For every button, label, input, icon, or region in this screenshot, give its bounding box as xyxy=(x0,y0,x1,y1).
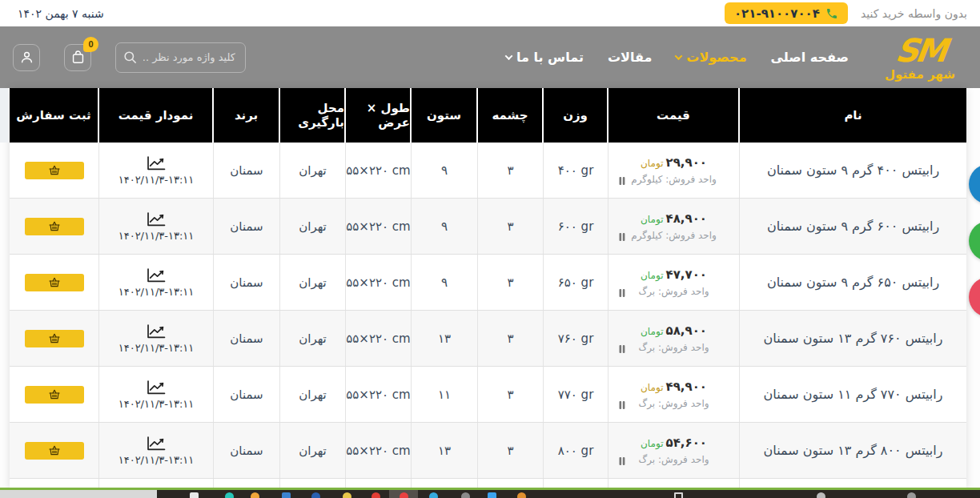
social-button-blue[interactable] xyxy=(969,164,980,204)
search-input[interactable] xyxy=(115,42,246,73)
taskbar-icon[interactable] xyxy=(488,492,496,498)
taskbar-icon[interactable] xyxy=(517,492,526,498)
order-button[interactable] xyxy=(25,386,84,404)
price-currency: تومان xyxy=(641,270,663,281)
product-name: رابیتس ۶۵۰ گرم ۹ ستون سمنان xyxy=(767,275,939,290)
taskbar-left-segment xyxy=(0,490,157,498)
size-value: ۵۵×۲۲۰ cm xyxy=(346,331,410,346)
col-header-name: نام xyxy=(740,88,966,143)
brand-value: سمنان xyxy=(230,163,263,178)
cart-button[interactable]: 0 xyxy=(64,44,91,71)
logo-mark: SM xyxy=(894,34,946,66)
logo-text: شهر مفتول xyxy=(885,69,955,81)
price-currency: تومان xyxy=(641,158,663,169)
line-chart-icon xyxy=(145,380,167,396)
unit-info-icon xyxy=(619,174,625,188)
price-amount: ۵۸,۹۰۰ xyxy=(665,323,706,338)
col-header-loading: محل بارگیری xyxy=(280,88,346,143)
brand-value: سمنان xyxy=(230,388,263,402)
user-button[interactable] xyxy=(13,44,40,71)
price-chart-cell[interactable]: ۱۴۰۲/۱۱/۳-۱۳:۱۱ xyxy=(99,367,214,422)
cheshmeh-value: ۳ xyxy=(507,388,513,402)
sale-unit: واحد فروش: کیلوگرم xyxy=(631,230,717,241)
top-info-bar: بدون واسطه خرید کنید ۰۲۱-۹۱۰۰۷۰۰۴ شنبه ۷… xyxy=(0,0,980,26)
price-chart-cell[interactable]: ۱۴۰۲/۱۱/۳-۱۳:۱۱ xyxy=(99,311,214,366)
col-header-brand: برند xyxy=(214,88,280,143)
column-count: ۹ xyxy=(441,219,448,234)
loading-place: تهران xyxy=(299,219,327,234)
taskbar-icon[interactable] xyxy=(190,492,199,498)
table-row: رابیتس ۸۰۰ گرم ۱۳ ستون سمنان ۵۴,۶۰۰ توما… xyxy=(10,423,966,479)
size-value: ۵۵×۲۲۰ cm xyxy=(346,163,410,178)
nav-item-articles[interactable]: مقالات xyxy=(608,50,652,65)
cheshmeh-value: ۳ xyxy=(507,275,513,290)
nav-item-home[interactable]: صفحه اصلی xyxy=(771,50,849,65)
taskbar-icon[interactable] xyxy=(372,492,380,498)
col-header-columns: ستون xyxy=(412,88,478,143)
price-chart-cell[interactable]: ۱۴۰۲/۱۱/۳-۱۳:۱۱ xyxy=(99,423,214,478)
size-value: ۵۵×۲۲۰ cm xyxy=(346,219,410,234)
taskbar-icon[interactable] xyxy=(400,492,408,498)
nav-item-products[interactable]: محصولات xyxy=(676,50,746,65)
loading-place: تهران xyxy=(299,275,327,290)
brand-value: سمنان xyxy=(230,444,263,458)
line-chart-icon xyxy=(145,436,167,452)
logo[interactable]: SM شهر مفتول xyxy=(873,34,967,81)
cheshmeh-value: ۳ xyxy=(507,331,513,346)
loading-place: تهران xyxy=(299,331,327,346)
price-cell: ۴۹,۹۰۰ تومان واحد فروش: برگ xyxy=(608,367,740,422)
price-chart-cell[interactable]: ۱۴۰۲/۱۱/۳-۱۳:۱۱ xyxy=(99,143,214,198)
social-button-red[interactable] xyxy=(969,277,980,317)
table-row: رابیتس ۶۵۰ گرم ۹ ستون سمنان ۴۷,۷۰۰ تومان… xyxy=(10,255,966,311)
nav-item-contact[interactable]: تماس با ما xyxy=(506,50,584,65)
cheshmeh-value: ۳ xyxy=(507,219,513,234)
taskbar-icon[interactable] xyxy=(907,492,916,498)
phone-button[interactable]: ۰۲۱-۹۱۰۰۷۰۰۴ xyxy=(725,2,848,24)
unit-info-icon xyxy=(619,454,625,468)
col-header-order: ثبت سفارش xyxy=(10,88,99,143)
chart-date: ۱۴۰۲/۱۱/۳-۱۳:۱۱ xyxy=(118,398,195,410)
table-row: رابیتس ۶۰۰ گرم ۹ ستون سمنان ۴۸,۹۰۰ تومان… xyxy=(10,199,966,255)
basket-icon xyxy=(48,277,61,288)
order-button[interactable] xyxy=(25,218,84,235)
column-count: ۹ xyxy=(441,275,448,290)
sale-unit: واحد فروش: برگ xyxy=(638,342,709,353)
table-row: رابیتس ۷۶۰ گرم ۱۳ ستون سمنان ۵۸,۹۰۰ توما… xyxy=(10,311,966,367)
order-button[interactable] xyxy=(25,162,84,179)
price-amount: ۴۸,۹۰۰ xyxy=(665,211,706,226)
taskbar-icon[interactable] xyxy=(343,492,351,498)
taskbar-icon[interactable] xyxy=(251,492,259,498)
loading-place: تهران xyxy=(299,444,327,458)
taskbar-icon[interactable] xyxy=(282,492,291,498)
product-name: رابیتس ۷۷۰ گرم ۱۱ ستون سمنان xyxy=(764,387,943,402)
social-button-green[interactable] xyxy=(969,221,980,261)
cheshmeh-value: ۳ xyxy=(507,163,513,178)
cart-badge: 0 xyxy=(83,37,98,52)
basket-icon xyxy=(48,445,61,456)
price-amount: ۴۷,۷۰۰ xyxy=(665,267,706,282)
scrollbar[interactable] xyxy=(0,88,8,143)
price-chart-cell[interactable]: ۱۴۰۲/۱۱/۳-۱۳:۱۱ xyxy=(99,255,214,310)
order-button[interactable] xyxy=(25,330,84,347)
price-chart-cell[interactable]: ۱۴۰۲/۱۱/۳-۱۳:۱۱ xyxy=(99,199,214,254)
taskbar-icon[interactable] xyxy=(225,492,234,498)
taskbar-icon[interactable] xyxy=(429,492,438,498)
phone-number: ۰۲۱-۹۱۰۰۷۰۰۴ xyxy=(734,6,820,21)
chart-date: ۱۴۰۲/۱۱/۳-۱۳:۱۱ xyxy=(118,174,195,186)
taskbar-icon[interactable] xyxy=(311,492,320,498)
order-button[interactable] xyxy=(25,274,84,291)
tagline: بدون واسطه خرید کنید xyxy=(861,7,967,20)
column-count: ۹ xyxy=(441,163,448,178)
taskbar-icon[interactable] xyxy=(461,492,470,498)
price-currency: تومان xyxy=(641,214,663,225)
taskbar-icon[interactable] xyxy=(674,492,683,498)
chevron-down-icon xyxy=(505,52,513,60)
unit-info-icon xyxy=(619,342,625,356)
chart-date: ۱۴۰۲/۱۱/۳-۱۳:۱۱ xyxy=(118,230,195,242)
taskbar-icon[interactable] xyxy=(817,492,825,498)
basket-icon xyxy=(48,389,61,400)
chart-date: ۱۴۰۲/۱۱/۳-۱۳:۱۱ xyxy=(118,286,195,298)
order-button[interactable] xyxy=(25,442,84,460)
date-label: شنبه ۷ بهمن ۱۴۰۲ xyxy=(18,7,104,20)
column-count: ۱۳ xyxy=(438,444,451,458)
